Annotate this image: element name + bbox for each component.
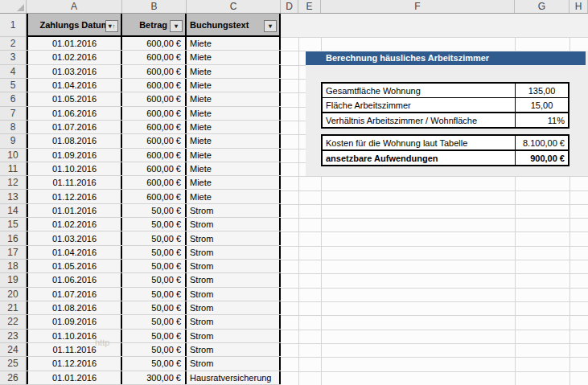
cell-amount[interactable]: 600,00 € — [122, 51, 187, 63]
calc-row-label[interactable]: Kosten für die Wohnung laut Tabelle — [323, 136, 515, 149]
cell-amount[interactable]: 50,00 € — [122, 218, 187, 231]
cell-amount[interactable]: 50,00 € — [122, 204, 187, 217]
cell-amount[interactable]: 600,00 € — [122, 176, 187, 189]
cell-amount[interactable]: 600,00 € — [122, 65, 187, 78]
cell-date[interactable]: 01.03.2016 — [27, 65, 122, 78]
calc-row-value[interactable]: 15,00 — [515, 98, 568, 112]
row1-empty-cells[interactable] — [281, 14, 588, 37]
header-cell-buchungstext[interactable]: Buchungstext ▾ — [187, 14, 281, 37]
row-number-24[interactable]: 24 — [0, 343, 27, 357]
cell-amount[interactable]: 600,00 € — [122, 107, 187, 120]
row-number-1[interactable]: 1 — [0, 14, 27, 37]
row-number-23[interactable]: 23 — [0, 330, 27, 343]
cell-text[interactable]: Miete — [187, 121, 281, 133]
cell-text[interactable]: Strom — [187, 288, 281, 301]
cell-text[interactable]: Strom — [187, 260, 281, 272]
cell-text[interactable]: Strom — [187, 246, 281, 259]
cell-date[interactable]: 01.06.2016 — [27, 273, 122, 286]
row-number-9[interactable]: 9 — [0, 134, 27, 148]
cell-date[interactable]: 01.07.2016 — [27, 121, 122, 133]
cell-amount[interactable]: 300,00 € — [122, 371, 187, 384]
cell-date[interactable]: 01.04.2016 — [27, 79, 122, 92]
cell-date[interactable]: 01.06.2016 — [27, 107, 122, 120]
cell-amount[interactable]: 50,00 € — [122, 260, 187, 272]
cell-date[interactable]: 01.10.2016 — [27, 330, 122, 342]
cell-date[interactable]: 01.05.2016 — [27, 260, 122, 272]
row-number-25[interactable]: 25 — [0, 357, 27, 371]
cell-date[interactable]: 01.11.2016 — [27, 343, 122, 356]
cell-text[interactable]: Hausratversicherung — [187, 371, 281, 384]
header-cell-betrag[interactable]: Betrag ▾ — [122, 14, 187, 37]
cell-text[interactable]: Miete — [187, 79, 281, 92]
cell-amount[interactable]: 600,00 € — [122, 190, 187, 203]
column-letter-a[interactable]: A — [27, 0, 122, 13]
cell-date[interactable]: 01.09.2016 — [27, 149, 122, 162]
row-number-20[interactable]: 20 — [0, 288, 27, 301]
cell-amount[interactable]: 600,00 € — [122, 134, 187, 147]
calc-row-value[interactable]: 8.100,00 € — [515, 136, 568, 149]
sort-ascending-filter-button[interactable]: ▾↑ — [105, 20, 118, 32]
row-number-16[interactable]: 16 — [0, 231, 27, 245]
row-number-12[interactable]: 12 — [0, 176, 27, 190]
cell-amount[interactable]: 50,00 € — [122, 288, 187, 301]
cell-text[interactable]: Miete — [187, 51, 281, 63]
filter-dropdown-button[interactable]: ▾ — [264, 20, 277, 32]
row-number-17[interactable]: 17 — [0, 246, 27, 260]
calc-row-label[interactable]: Fläche Arbeitszimmer — [323, 98, 515, 112]
row-number-21[interactable]: 21 — [0, 301, 27, 315]
cell-date[interactable]: 01.01.2016 — [27, 371, 122, 384]
cell-text[interactable]: Strom — [187, 273, 281, 286]
cell-text[interactable]: Miete — [187, 190, 281, 203]
cell-amount[interactable]: 50,00 € — [122, 246, 187, 259]
cell-text[interactable]: Miete — [187, 176, 281, 189]
cell-amount[interactable]: 600,00 € — [122, 79, 187, 92]
column-letter-f[interactable]: F — [321, 0, 515, 13]
row-number-8[interactable]: 8 — [0, 121, 27, 134]
cell-date[interactable]: 01.08.2016 — [27, 134, 122, 147]
cell-amount[interactable]: 50,00 € — [122, 357, 187, 370]
column-letter-c[interactable]: C — [187, 0, 281, 13]
calc-row-label[interactable]: ansetzbare Aufwendungen — [323, 151, 515, 165]
calc-row-value[interactable]: 11% — [515, 113, 568, 127]
cell-text[interactable]: Miete — [187, 134, 281, 147]
row-number-13[interactable]: 13 — [0, 190, 27, 203]
cell-amount[interactable]: 600,00 € — [122, 92, 187, 105]
cell-text[interactable]: Strom — [187, 218, 281, 231]
row-number-14[interactable]: 14 — [0, 204, 27, 218]
cell-text[interactable]: Miete — [187, 107, 281, 120]
cell-amount[interactable]: 50,00 € — [122, 330, 187, 342]
cell-amount[interactable]: 50,00 € — [122, 273, 187, 286]
row-number-11[interactable]: 11 — [0, 162, 27, 176]
cell-date[interactable]: 01.12.2016 — [27, 357, 122, 370]
row-number-3[interactable]: 3 — [0, 51, 27, 64]
row-number-19[interactable]: 19 — [0, 273, 27, 287]
cell-amount[interactable]: 600,00 € — [122, 149, 187, 162]
row-number-10[interactable]: 10 — [0, 149, 27, 162]
row-number-26[interactable]: 26 — [0, 371, 27, 385]
calc-row-label[interactable]: Verhältnis Arbeitszimmer / Wohnfläche — [323, 113, 515, 127]
cell-amount[interactable]: 600,00 € — [122, 121, 187, 133]
cell-text[interactable]: Strom — [187, 343, 281, 356]
calc-row-label[interactable]: Gesamtfläche Wohnung — [323, 84, 515, 97]
cell-date[interactable]: 01.04.2016 — [27, 246, 122, 259]
cell-text[interactable]: Strom — [187, 357, 281, 370]
cell-date[interactable]: 01.05.2016 — [27, 92, 122, 105]
cell-text[interactable]: Miete — [187, 92, 281, 105]
cell-date[interactable]: 01.07.2016 — [27, 288, 122, 301]
cell-amount[interactable]: 600,00 € — [122, 37, 187, 50]
row-number-22[interactable]: 22 — [0, 315, 27, 329]
cell-date[interactable]: 01.11.2016 — [27, 176, 122, 189]
cell-text[interactable]: Strom — [187, 315, 281, 328]
calc-row-value[interactable]: 900,00 € — [515, 151, 568, 165]
cell-amount[interactable]: 50,00 € — [122, 301, 187, 314]
cell-date[interactable]: 01.08.2016 — [27, 301, 122, 314]
cell-date[interactable]: 01.10.2016 — [27, 162, 122, 175]
row-number-15[interactable]: 15 — [0, 218, 27, 231]
header-cell-zahlungs-datum[interactable]: Zahlungs Datum ▾↑ — [27, 14, 122, 37]
cell-text[interactable]: Miete — [187, 65, 281, 78]
calc-row-value[interactable]: 135,00 — [515, 84, 568, 97]
row-number-4[interactable]: 4 — [0, 65, 27, 79]
cell-date[interactable]: 01.02.2016 — [27, 51, 122, 63]
cell-text[interactable]: Miete — [187, 37, 281, 50]
select-all-corner[interactable] — [0, 0, 27, 13]
